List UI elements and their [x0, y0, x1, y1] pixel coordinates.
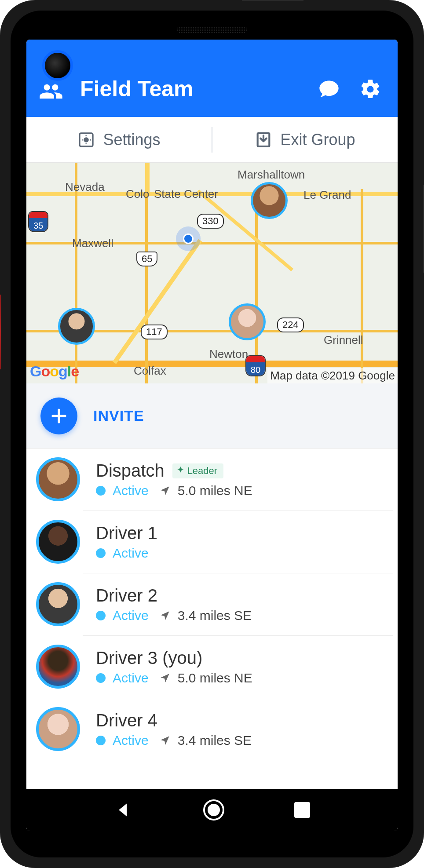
member-avatar[interactable] — [36, 707, 80, 751]
google-logo: Google — [30, 363, 79, 380]
map-label: State Center — [154, 187, 218, 201]
status-dot-icon — [96, 611, 106, 620]
distance-label: 3.4 miles SE — [178, 733, 252, 748]
member-avatar[interactable] — [36, 645, 80, 689]
current-location-dot — [176, 226, 201, 251]
screen: Field Team Settings Exit Group — [26, 40, 398, 831]
invite-label: INVITE — [93, 407, 144, 424]
map-label: Colfax — [134, 364, 166, 378]
page-title: Field Team — [80, 76, 318, 102]
route-shield: 65 — [136, 252, 157, 266]
route-shield: 224 — [277, 317, 304, 332]
map-label: Le Grand — [303, 188, 351, 202]
status-dot-icon — [96, 548, 106, 558]
map-marker-dispatch[interactable] — [251, 182, 288, 219]
member-details: Driver 1Active — [96, 523, 384, 561]
subbar-exit-label: Exit Group — [280, 131, 355, 149]
member-details: Driver 3 (you)Active5.0 miles NE — [96, 648, 384, 686]
distance-label: 3.4 miles SE — [178, 608, 252, 623]
location-arrow-icon — [159, 672, 171, 684]
invite-bar: INVITE — [26, 383, 398, 449]
svg-point-1 — [84, 138, 88, 142]
member-row[interactable]: DispatchLeaderActive5.0 miles NE — [83, 449, 393, 511]
map-label: Colo — [126, 187, 149, 201]
status-label: Active — [113, 671, 149, 686]
phone-bezel: Field Team Settings Exit Group — [11, 11, 413, 857]
android-nav-bar — [26, 789, 398, 831]
map-label: Nevada — [65, 180, 105, 194]
status-label: Active — [113, 546, 149, 561]
front-camera — [42, 50, 73, 81]
member-details: Driver 4Active3.4 miles SE — [96, 711, 384, 748]
member-row[interactable]: Driver 4Active3.4 miles SE — [83, 698, 393, 760]
member-name: Driver 3 (you) — [96, 648, 202, 668]
map-label: Maxwell — [72, 237, 113, 250]
status-label: Active — [113, 733, 149, 748]
android-home-button[interactable] — [203, 799, 224, 821]
mini-gear-icon — [77, 131, 95, 149]
member-list[interactable]: DispatchLeaderActive5.0 miles NEDriver 1… — [26, 449, 398, 789]
status-dot-icon — [96, 486, 106, 496]
distance-label: 5.0 miles NE — [178, 483, 252, 498]
member-row[interactable]: Driver 1Active — [83, 511, 393, 573]
subbar-settings-label: Settings — [103, 131, 160, 149]
status-dot-icon — [96, 736, 106, 745]
member-name: Driver 1 — [96, 523, 157, 543]
sub-toolbar: Settings Exit Group — [26, 117, 398, 163]
route-shield: 330 — [197, 214, 224, 229]
subbar-exit-button[interactable]: Exit Group — [212, 127, 398, 153]
map-view[interactable]: Nevada Colo State Center Marshalltown Le… — [26, 163, 398, 383]
status-label: Active — [113, 483, 149, 498]
leader-badge: Leader — [172, 463, 224, 478]
settings-icon[interactable] — [359, 78, 382, 101]
chat-icon[interactable] — [318, 78, 340, 101]
member-name: Dispatch — [96, 461, 164, 481]
distance-label: 5.0 miles NE — [178, 671, 252, 686]
hw-button-left — [0, 295, 1, 369]
location-arrow-icon — [159, 610, 171, 621]
people-icon[interactable] — [39, 79, 63, 104]
android-recents-button[interactable] — [294, 802, 310, 818]
map-label: Marshalltown — [238, 168, 305, 182]
android-back-button[interactable] — [114, 800, 133, 820]
member-details: Driver 2Active3.4 miles SE — [96, 586, 384, 623]
map-attribution: Map data ©2019 Google — [267, 368, 398, 383]
interstate-shield: 35 — [28, 211, 48, 232]
map-label: Newton — [209, 347, 248, 361]
member-name: Driver 4 — [96, 711, 157, 730]
location-arrow-icon — [159, 485, 171, 496]
member-avatar[interactable] — [36, 457, 80, 501]
status-label: Active — [113, 608, 149, 623]
exit-icon — [255, 131, 272, 149]
member-name: Driver 2 — [96, 586, 157, 605]
member-avatar[interactable] — [36, 582, 80, 626]
phone-frame: Field Team Settings Exit Group — [0, 0, 424, 868]
phone-speaker — [177, 26, 247, 33]
app-header: Field Team — [26, 40, 398, 117]
route-shield: 117 — [141, 325, 168, 339]
subbar-settings-button[interactable]: Settings — [26, 127, 212, 153]
invite-button[interactable] — [40, 398, 77, 434]
member-details: DispatchLeaderActive5.0 miles NE — [96, 461, 384, 498]
member-avatar[interactable] — [36, 520, 80, 564]
location-arrow-icon — [159, 735, 171, 746]
member-row[interactable]: Driver 3 (you)Active5.0 miles NE — [83, 636, 393, 698]
map-marker-driver2[interactable] — [58, 308, 95, 345]
map-marker-driver4[interactable] — [229, 303, 266, 340]
interstate-shield: 80 — [245, 355, 266, 376]
plus-icon — [50, 407, 68, 425]
member-row[interactable]: Driver 2Active3.4 miles SE — [83, 573, 393, 636]
hw-button-top — [242, 0, 303, 1]
status-dot-icon — [96, 673, 106, 683]
map-label: Grinnell — [324, 333, 363, 347]
